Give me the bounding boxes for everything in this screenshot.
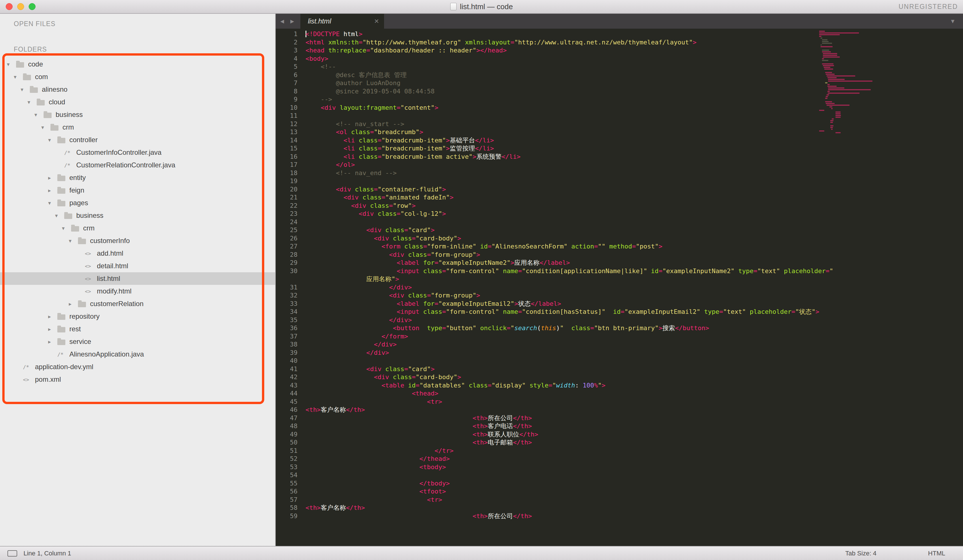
code-line[interactable]: 31 </div> [276, 283, 963, 292]
code-line[interactable]: 15 <li class="breadcrumb-item">监管按理</li> [276, 144, 963, 153]
expand-icon[interactable]: ▸ [48, 175, 57, 181]
code-line[interactable]: 17 </ol> [276, 161, 963, 169]
tree-folder-com[interactable]: ▾com [0, 71, 275, 83]
code-line[interactable]: 21 <div class="animated fadeIn"> [276, 193, 963, 202]
minimize-window-button[interactable] [17, 3, 24, 10]
code-line[interactable]: 55 </tbody> [276, 479, 963, 488]
code-line[interactable]: 59 <th>所在公司</th> [276, 512, 963, 520]
tab-back-button[interactable]: ◀ [280, 18, 284, 24]
collapse-icon[interactable]: ▾ [69, 238, 78, 244]
code-line[interactable]: 29 <label for="exampleInputName2">应用名称</… [276, 259, 963, 267]
code-line[interactable]: 51 </tr> [276, 447, 963, 455]
code-line[interactable]: 40 [276, 357, 963, 365]
expand-icon[interactable]: ▸ [48, 187, 57, 194]
code-line[interactable]: 54 [276, 471, 963, 479]
code-line[interactable]: 37 </form> [276, 332, 963, 341]
collapse-icon[interactable]: ▾ [7, 61, 16, 68]
tree-file-pom.xml[interactable]: <>pom.xml [0, 373, 275, 386]
code-line[interactable]: 53 <tbody> [276, 463, 963, 471]
expand-icon[interactable]: ▸ [48, 338, 57, 345]
code-line[interactable]: 46<th>客户名称</th> [276, 406, 963, 414]
tree-file-add.html[interactable]: <>add.html [0, 247, 275, 260]
code-line[interactable]: 28 <div class="form-group"> [276, 251, 963, 259]
tree-folder-customerInfo[interactable]: ▾customerInfo [0, 235, 275, 247]
tree-file-detail.html[interactable]: <>detail.html [0, 260, 275, 272]
code-line[interactable]: 57 <tr> [276, 496, 963, 504]
code-line[interactable]: 47 <th>所在公司</th> [276, 414, 963, 422]
tree-folder-business[interactable]: ▾business [0, 209, 275, 222]
code-line[interactable]: 19 [276, 177, 963, 185]
tree-folder-feign[interactable]: ▸feign [0, 184, 275, 197]
code-line[interactable]: 41 <div class="card"> [276, 365, 963, 374]
tab-size-indicator[interactable]: Tab Size: 4 [845, 550, 877, 557]
code-line[interactable]: 36 <button type="button" onclick="search… [276, 324, 963, 332]
code-line[interactable]: 34 <input class="form-control" name="con… [276, 308, 963, 316]
code-line[interactable]: 27 <form class="form-inline" id="Alinesn… [276, 243, 963, 251]
code-line[interactable]: 50 <th>电子邮箱</th> [276, 439, 963, 447]
tree-file-application-dev.yml[interactable]: /*application-dev.yml [0, 361, 275, 373]
collapse-icon[interactable]: ▾ [21, 86, 30, 93]
code-line[interactable]: 48 <th>客户电话</th> [276, 422, 963, 431]
code-line[interactable]: 42 <div class="card-body"> [276, 373, 963, 382]
tab-overflow-button[interactable]: ▼ [950, 14, 963, 29]
expand-icon[interactable]: ▸ [48, 313, 57, 320]
code-line[interactable]: 24 [276, 218, 963, 227]
code-line[interactable]: 58<th>客户名称</th> [276, 504, 963, 512]
tree-file-CustomerInfoController.java[interactable]: /*CustomerInfoController.java [0, 146, 275, 159]
code-line[interactable]: 38 </div> [276, 340, 963, 349]
tree-file-AlinesnoApplication.java[interactable]: /*AlinesnoApplication.java [0, 348, 275, 361]
tab-close-icon[interactable]: × [374, 17, 379, 25]
code-line[interactable]: 25 <div class="card"> [276, 226, 963, 235]
collapse-icon[interactable]: ▾ [41, 124, 50, 131]
tree-folder-business[interactable]: ▾business [0, 108, 275, 121]
code-line[interactable]: 26 <div class="card-body"> [276, 235, 963, 243]
code-line[interactable]: 16 <li class="breadcrumb-item active">系统… [276, 153, 963, 161]
collapse-icon[interactable]: ▾ [48, 200, 57, 206]
syntax-indicator[interactable]: HTML [928, 550, 945, 557]
tree-folder-crm[interactable]: ▾crm [0, 121, 275, 134]
tree-file-CustomerRelationController.java[interactable]: /*CustomerRelationController.java [0, 159, 275, 172]
tree-folder-pages[interactable]: ▾pages [0, 197, 275, 209]
expand-icon[interactable]: ▸ [48, 326, 57, 332]
code-line[interactable]: 52 </thead> [276, 455, 963, 463]
close-window-button[interactable] [6, 3, 13, 10]
collapse-icon[interactable]: ▾ [28, 99, 37, 105]
code-line[interactable]: 应用名称"> [276, 275, 963, 283]
tree-file-list.html[interactable]: <>list.html [0, 272, 275, 285]
code-line[interactable]: 44 <thead> [276, 390, 963, 398]
tree-folder-repository[interactable]: ▸repository [0, 310, 275, 323]
code-line[interactable]: 23 <div class="col-lg-12"> [276, 210, 963, 218]
code-line[interactable]: 45 <tr> [276, 398, 963, 406]
tree-folder-code[interactable]: ▾code [0, 58, 275, 71]
tree-folder-service[interactable]: ▸service [0, 335, 275, 348]
collapse-icon[interactable]: ▾ [48, 137, 57, 143]
tree-folder-controller[interactable]: ▾controller [0, 134, 275, 146]
code-line[interactable]: 30 <input class="form-control" name="con… [276, 267, 963, 275]
code-line[interactable]: 14 <li class="breadcrumb-item">基础平台</li> [276, 136, 963, 145]
tab-forward-button[interactable]: ▶ [290, 18, 294, 24]
collapse-icon[interactable]: ▾ [62, 225, 71, 231]
status-context-icon[interactable] [8, 550, 17, 557]
tree-folder-customerRelation[interactable]: ▸customerRelation [0, 298, 275, 310]
collapse-icon[interactable]: ▾ [55, 212, 64, 219]
code-line[interactable]: 32 <div class="form-group"> [276, 291, 963, 300]
code-line[interactable]: 49 <th>联系人职位</th> [276, 431, 963, 439]
code-line[interactable]: 33 <label for="exampleInputEmail2">状态</l… [276, 300, 963, 308]
tree-folder-cloud[interactable]: ▾cloud [0, 96, 275, 108]
code-line[interactable]: 20 <div class="container-fluid"> [276, 185, 963, 194]
expand-icon[interactable]: ▸ [69, 301, 78, 307]
collapse-icon[interactable]: ▾ [14, 74, 23, 80]
code-line[interactable]: 56 <tfoot> [276, 487, 963, 496]
tab-list-html[interactable]: list.html × [300, 14, 384, 29]
tree-folder-crm[interactable]: ▾crm [0, 222, 275, 235]
code-line[interactable]: 18 <!-- nav_end --> [276, 169, 963, 177]
code-line[interactable]: 22 <div class="row"> [276, 202, 963, 210]
zoom-window-button[interactable] [29, 3, 36, 10]
tree-folder-entity[interactable]: ▸entity [0, 172, 275, 184]
code-area[interactable]: 1<!DOCTYPE html>2<html xmlns:th="http://… [276, 29, 963, 546]
tree-folder-alinesno[interactable]: ▾alinesno [0, 83, 275, 96]
code-line[interactable]: 43 <table id="datatables" class="display… [276, 382, 963, 390]
tree-folder-rest[interactable]: ▸rest [0, 323, 275, 335]
tree-file-modify.html[interactable]: <>modify.html [0, 285, 275, 298]
code-line[interactable]: 35 </div> [276, 316, 963, 324]
